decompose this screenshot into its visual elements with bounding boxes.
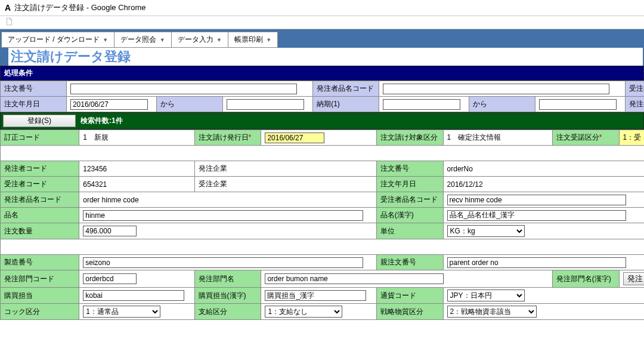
value-order-date2: 2016/12/12 [443,177,644,192]
input-buyer[interactable] [83,290,184,301]
label-delivery: 納期(1) [313,97,379,112]
input-receiver-item2[interactable] [447,195,626,205]
label-order-dept-cd: 発注部門コード [1,270,79,288]
chevron-down-icon: ▼ [103,37,108,43]
browser-tools-row [0,16,644,29]
menu-data-input[interactable]: データ入力 ▼ [172,32,228,47]
label-target: 注文請け対象区分 [376,130,443,146]
label-issue-date: 注文請け発行日 [194,130,261,146]
select-unit[interactable]: KG：kg [447,225,525,237]
menu-data-inquiry[interactable]: データ照会 ▼ [114,32,171,47]
value-receiver-code: 654321 [79,177,194,192]
input-qty[interactable] [83,226,137,236]
menubar: アップロード / ダウンロード ▼ データ照会 ▼ データ入力 ▼ 帳票印刷 ▼ [1,32,278,48]
label-strat: 戦略物質区分 [376,304,443,320]
value-target: 1 確定注文情報 [443,130,552,146]
select-kog[interactable]: 1：通常品 [83,306,160,318]
value-order-no2: orderNo [443,161,644,177]
input-buyer-kj[interactable] [265,290,366,301]
input-order-dept-cd[interactable] [83,273,137,284]
label-buyer: 購買担当 [1,288,79,304]
label-qty: 注文数量 [1,223,79,239]
label-kog: コック区分 [1,304,79,320]
label-orderer-item-code: 発注者品名コード [313,81,379,97]
result-count: 検索件数:1件 [80,116,123,126]
label-from-1: から [157,97,223,112]
file-icon [5,17,13,26]
select-strat[interactable]: 2：戦略物資非該当 [447,306,537,318]
label-buyer-kj: 購買担当(漢字) [194,288,261,304]
value-receiver-corp: 受注企業 [194,177,376,192]
value-orderer-corp: 発注企業 [194,161,376,177]
register-button[interactable]: 登録(S) [3,115,76,127]
app-icon: A [5,3,11,13]
label-order-date: 注文年月日 [1,97,67,112]
input-orderer-item-code[interactable] [383,84,609,94]
chevron-down-icon: ▼ [266,37,271,43]
label-order-dept-nm: 発注部門名 [194,270,261,288]
select-supply[interactable]: 1：支給なし [265,306,342,318]
value-correction: 1 新規 [79,130,194,146]
value-orderer-item2: order hinme code [79,192,376,208]
label-orderer-item2: 発注者品名コード [1,192,79,208]
value-orderer-code: 123456 [79,161,194,177]
label-order-no: 注文番号 [1,81,67,97]
label-currency: 通貨コード [376,288,443,304]
input-order-date-to[interactable] [227,99,304,110]
value-accept[interactable]: 1：受 [619,130,644,146]
input-order-date-from[interactable] [70,99,148,110]
label-receiver-item-cut: 受注者品 [626,81,644,97]
label-item-name-kj: 品名(漢字) [376,208,443,223]
input-delivery-from[interactable] [383,99,460,110]
label-accept: 注文受諾区分 [552,130,619,146]
label-order-no2: 注文番号 [376,161,443,177]
detail-table: 訂正コード 1 新規 注文請け発行日 注文請け対象区分 1 確定注文情報 注文受… [0,130,644,320]
label-parent-no: 親注文番号 [376,255,443,270]
window-title: 注文請けデータ登録 - Google Chrome [14,2,145,13]
label-orderer-code: 発注者コード [1,161,79,177]
input-parent-no[interactable] [447,257,626,268]
label-order-dept-kj: 発注部門名(漢字) [552,270,619,288]
input-order-dept-nm[interactable] [265,273,444,284]
label-receiver-code: 受注者コード [1,177,79,192]
page-title: 注文請けデータ登録 [11,48,640,66]
label-correction: 訂正コード [1,130,79,146]
label-mfg-no: 製造番号 [1,255,79,270]
menu-upload-download[interactable]: アップロード / ダウンロード ▼ [2,32,114,47]
menu-print[interactable]: 帳票印刷 ▼ [228,32,277,47]
input-item-name[interactable] [83,210,363,221]
label-item-name: 品名 [1,208,79,223]
chevron-down-icon: ▼ [160,37,165,43]
label-supply: 支給区分 [194,304,261,320]
input-issue-date[interactable] [265,133,324,143]
select-currency[interactable]: JPY：日本円 [447,290,525,301]
label-receiver-item2: 受注者品名コード [376,192,443,208]
window-titlebar: A 注文請けデータ登録 - Google Chrome [0,0,644,16]
section-conditions: 処理条件 [0,66,644,81]
results-bar: 登録(S) 検索件数:1件 [0,112,644,130]
label-orderer-corp-cut: 発注者コ [626,97,644,112]
order-dept-kj-button[interactable]: 発注 [623,272,644,285]
input-item-name-kj[interactable] [447,210,626,221]
label-unit: 単位 [376,223,443,239]
label-order-date2: 注文年月日 [376,177,443,192]
label-from-2: から [469,97,535,112]
input-mfg-no[interactable] [83,257,363,268]
chevron-down-icon: ▼ [216,37,222,43]
input-order-no[interactable] [70,84,297,94]
conditions-table: 注文番号 発注者品名コード 受注者品 注文年月日 から 納期(1) から 発注者… [0,81,644,112]
input-delivery-to[interactable] [539,99,617,110]
